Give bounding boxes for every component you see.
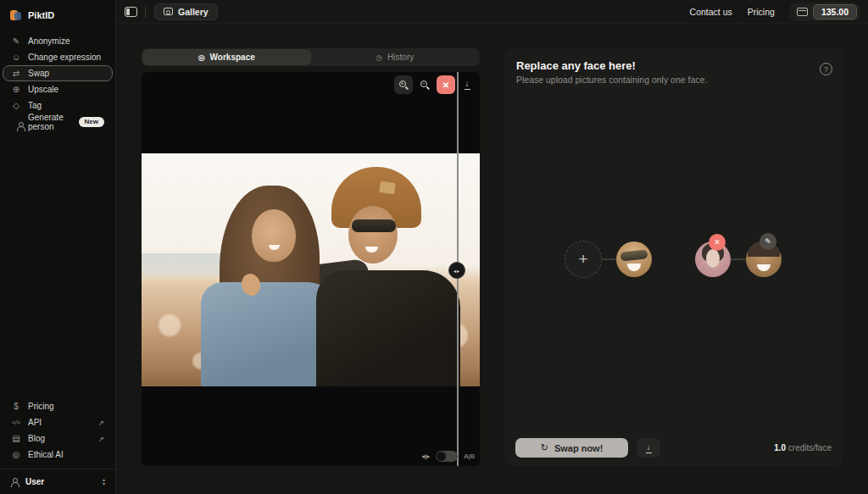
credits-balance[interactable]: 135.00 [790,3,860,21]
topbar: Gallery Contact us Pricing 135.00 [116,0,868,24]
magnifier-plus-icon: ⊕ [11,85,21,94]
app-window: PiktID ✎ Anonymize ☺ Change expression ⇄… [0,0,868,494]
smiley-icon: ☺ [11,53,21,62]
sidebar-item-blog[interactable]: ▤ Blog ↗ [3,430,113,447]
pencil-icon: ✎ [765,237,771,246]
code-icon: </> [11,419,21,425]
user-menu[interactable]: User ▴▾ [0,469,115,494]
photo-sunglasses [352,219,396,232]
sidebar-item-generate-person[interactable]: Generate person New [3,114,113,130]
pricing-link[interactable]: Pricing [748,7,775,17]
sidebar-item-change-expression[interactable]: ☺ Change expression [3,49,113,65]
photo-right-woman-jacket [316,270,460,386]
tab-workspace[interactable]: ◎ Workspace [142,49,311,65]
help-icon[interactable]: ? [820,63,832,75]
logo[interactable]: PiktID [0,0,115,21]
edit-face-button[interactable]: ✎ [760,233,776,250]
sidebar-item-tag[interactable]: ◇ Tag [3,97,113,114]
face-connector [731,258,746,260]
sidebar-item-api[interactable]: </> API ↗ [3,414,113,430]
close-icon: ✕ [714,238,721,247]
sidebar-item-ethical-ai[interactable]: ◎ Ethical AI [3,447,113,463]
credits-balance-value: 135.00 [813,4,857,19]
external-link-icon: ↗ [97,435,104,443]
detected-face-avatar[interactable] [616,241,652,277]
remove-face-button[interactable]: ✕ [709,234,726,251]
clock-icon: ◷ [376,53,382,62]
zoom-out-button[interactable]: − [415,75,434,94]
user-label: User [25,477,44,486]
zoom-in-icon: + [399,80,409,90]
download-result-button[interactable]: ↓ [637,438,660,458]
photo-left-woman-face [252,209,296,262]
tab-history[interactable]: ◷ History [311,49,480,65]
download-icon: ↓ [646,443,652,453]
zoom-in-button[interactable]: + [394,75,413,94]
image-canvas: + − ✕ ↓ [142,72,480,466]
dollar-icon: $ [11,402,21,411]
gallery-button[interactable]: Gallery [154,3,218,20]
new-badge: New [79,117,104,127]
user-icon [10,478,19,486]
sidebar-item-label: Generate person [28,113,72,131]
ab-label: A|B [464,452,475,460]
sidebar-item-label: Change expression [28,53,101,62]
face-connector [602,258,616,260]
workspace-tabbar: ◎ Workspace ◷ History [142,48,480,66]
credits-per-face-unit: credits/face [786,443,832,452]
toggle-knob [437,452,446,461]
external-link-icon: ↗ [97,419,104,427]
contact-us-link[interactable]: Contact us [690,7,732,17]
book-icon: ▤ [11,434,21,443]
swap-now-button[interactable]: ↻ Swap now! [515,438,628,458]
faces-row: + ✕ ✎ [504,241,843,291]
sidebar-item-label: Anonymize [28,36,70,46]
remove-image-button[interactable]: ✕ [437,75,455,94]
sidebar-item-label: API [28,418,42,427]
anonymize-icon: ✎ [11,36,21,46]
ab-toggle[interactable] [436,451,458,462]
tab-label: Workspace [210,53,255,62]
credit-card-icon [797,8,808,16]
aperture-icon: ◎ [198,53,205,62]
sidebar-item-label: Upscale [28,85,58,94]
tab-label: History [387,53,414,62]
compare-icon: ◂|▸ [421,452,430,460]
sidebar-item-label: Tag [28,101,42,110]
gallery-button-label: Gallery [178,7,209,17]
download-icon: ↓ [465,80,470,90]
sidebar-nav: ✎ Anonymize ☺ Change expression ⇄ Swap ⊕… [3,33,113,130]
topbar-divider [145,6,146,18]
swap-now-label: Swap now! [554,443,603,453]
sidebar-footer-nav: $ Pricing </> API ↗ ▤ Blog ↗ ◎ Ethical A… [3,398,113,463]
refresh-icon: ↻ [541,442,548,453]
credits-per-face: 1.0 credits/face [774,443,832,452]
sidebar-item-label: Blog [28,434,45,443]
credits-per-face-value: 1.0 [774,443,786,452]
app-title: PiktID [28,10,54,20]
chevron-updown-icon: ▴▾ [103,478,105,486]
swap-icon: ⇄ [11,69,21,78]
compare-controls: ◂|▸ A|B [421,451,475,462]
sidebar-item-swap[interactable]: ⇄ Swap [3,65,113,81]
sidebar-item-label: Swap [28,69,49,78]
sidebar-item-anonymize[interactable]: ✎ Anonymize [3,33,113,49]
compare-slider-handle[interactable]: ◂▸ [448,262,465,279]
photo-right-woman-face [348,206,398,264]
canvas-toolbar: + − ✕ ↓ [394,75,476,94]
sidebar-toggle-icon[interactable] [125,7,137,17]
panel-subtitle: Please upload pictures containing only o… [504,72,843,85]
sidebar-item-pricing[interactable]: $ Pricing [3,398,113,414]
sidebar-item-upscale[interactable]: ⊕ Upscale [3,81,113,97]
sidebar: PiktID ✎ Anonymize ☺ Change expression ⇄… [0,0,116,494]
uploaded-photo [142,153,480,386]
tag-icon: ◇ [11,101,21,110]
download-image-button[interactable]: ↓ [458,75,476,94]
add-face-button[interactable]: + [565,241,602,278]
panel-title: Replace any face here! [504,48,843,72]
sidebar-item-label: Pricing [28,402,54,411]
zoom-out-icon: − [420,80,430,90]
sidebar-item-label: Ethical AI [28,450,64,459]
close-icon: ✕ [442,80,449,90]
panel-footer: ↻ Swap now! ↓ 1.0 credits/face [515,438,832,458]
